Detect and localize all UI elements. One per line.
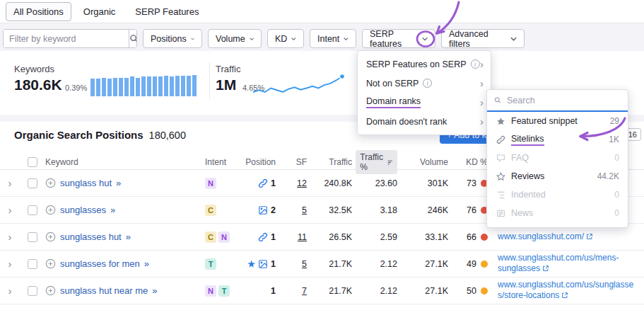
image-pack-icon bbox=[258, 259, 268, 269]
keyword-filter-input[interactable] bbox=[4, 30, 129, 47]
sf-link[interactable]: 11 bbox=[298, 232, 307, 242]
keyword-expand-icon[interactable]: » bbox=[126, 232, 130, 242]
submenu-item-label: News bbox=[511, 208, 533, 218]
keyword-link[interactable]: sunglass hut near me bbox=[60, 285, 148, 296]
add-keyword-icon[interactable] bbox=[45, 205, 56, 215]
intent-badge-commercial: C bbox=[205, 232, 216, 243]
tab-serp-features[interactable]: SERP Features bbox=[127, 2, 206, 21]
kd-dot bbox=[481, 287, 488, 295]
expand-row-icon[interactable]: › bbox=[8, 258, 12, 269]
submenu-item-news[interactable]: News 0 bbox=[487, 204, 628, 222]
intent-badge-informational: N bbox=[218, 232, 230, 243]
submenu-item-label: FAQ bbox=[511, 153, 529, 163]
table-row: › sunglasses for men » T ★ 1 5 21.7K 2.1… bbox=[0, 251, 644, 278]
sf-link[interactable]: 7 bbox=[302, 286, 307, 296]
menu-item-domain-ranks[interactable]: Domain ranks › bbox=[358, 93, 491, 112]
keyword-expand-icon[interactable]: » bbox=[116, 178, 120, 188]
keyword-search-button[interactable] bbox=[129, 30, 137, 47]
intent-badge-commercial: C bbox=[205, 205, 216, 216]
submenu-item-indented[interactable]: Indented 0 bbox=[487, 185, 628, 204]
header-sf[interactable]: SF bbox=[286, 157, 312, 167]
serp-features-filter-button[interactable]: SERP features bbox=[362, 29, 435, 48]
intent-badge-informational: N bbox=[205, 285, 216, 297]
row-checkbox[interactable] bbox=[28, 259, 37, 269]
featured-snippet-icon: ★ bbox=[247, 260, 255, 268]
table-total-count: 180,600 bbox=[149, 130, 186, 141]
submenu-item-label: Featured snippet bbox=[511, 116, 578, 126]
keyword-link[interactable]: sunglasses bbox=[60, 205, 106, 215]
intent-filter-label: Intent bbox=[317, 34, 339, 44]
keywords-stat-delta: 0.39% bbox=[65, 84, 87, 92]
keyword-filter bbox=[3, 29, 137, 48]
menu-item-serp-features-on-serp[interactable]: SERP Features on SERP i › bbox=[358, 55, 491, 74]
volume-value: 301K bbox=[407, 178, 458, 188]
menu-item-domain-doesnt-rank[interactable]: Domain doesn't rank › bbox=[358, 112, 491, 131]
kd-dot bbox=[481, 234, 488, 241]
tab-all-positions[interactable]: All Positions bbox=[6, 2, 71, 21]
header-traffic[interactable]: Traffic bbox=[312, 157, 362, 167]
keyword-expand-icon[interactable]: » bbox=[110, 205, 115, 215]
keyword-link[interactable]: sunglass hut bbox=[60, 178, 112, 188]
add-keyword-icon[interactable] bbox=[45, 258, 56, 269]
add-keyword-icon[interactable] bbox=[45, 285, 56, 296]
add-keyword-icon[interactable] bbox=[45, 232, 56, 242]
url-link[interactable]: www.sunglasshut.com/us/mens-sunglasses bbox=[498, 253, 634, 275]
url-link[interactable]: www.sunglasshut.com/us/sunglasses/store-… bbox=[498, 280, 634, 302]
add-keyword-icon[interactable] bbox=[45, 178, 56, 188]
chevron-right-icon: › bbox=[480, 59, 484, 69]
header-volume[interactable]: Volume bbox=[407, 157, 458, 167]
submenu-item-label: Reviews bbox=[511, 171, 544, 181]
keyword-expand-icon[interactable]: » bbox=[144, 258, 148, 269]
submenu-item-faq[interactable]: FAQ 0 bbox=[487, 149, 628, 167]
keyword-link[interactable]: sunglasses for men bbox=[60, 258, 140, 269]
menu-item-not-on-serp[interactable]: Not on SERP i › bbox=[358, 74, 491, 93]
expand-row-icon[interactable]: › bbox=[8, 232, 12, 242]
kd-value: 50 bbox=[467, 286, 476, 296]
traffic-stat-value: 1M bbox=[216, 76, 236, 93]
menu-item-label: Domain doesn't rank bbox=[366, 117, 447, 127]
submenu-item-reviews[interactable]: Reviews 44.2K bbox=[487, 167, 628, 185]
chevron-down-icon bbox=[291, 37, 296, 41]
advanced-filters-button[interactable]: Advanced filters bbox=[441, 29, 525, 48]
menu-item-label: SERP Features on SERP bbox=[366, 59, 467, 69]
submenu-item-sitelinks[interactable]: Sitelinks 1K bbox=[487, 130, 628, 149]
header-position[interactable]: Position bbox=[245, 157, 286, 167]
row-checkbox[interactable] bbox=[28, 232, 37, 242]
tab-organic[interactable]: Organic bbox=[76, 2, 124, 21]
submenu-item-featured-snippet[interactable]: Featured snippet 29 bbox=[487, 112, 628, 130]
row-checkbox[interactable] bbox=[28, 286, 37, 296]
sf-link[interactable]: 5 bbox=[302, 259, 307, 269]
table-row: › sunglass hut near me » N T 1 7 21.7K 2… bbox=[0, 278, 644, 304]
positions-filter-button[interactable]: Positions bbox=[143, 29, 202, 48]
faq-icon bbox=[496, 154, 505, 163]
expand-row-icon[interactable]: › bbox=[8, 285, 12, 296]
kd-filter-button[interactable]: KD bbox=[267, 29, 304, 48]
image-pack-icon bbox=[258, 205, 268, 215]
select-all-checkbox[interactable] bbox=[28, 157, 37, 167]
stats-divider bbox=[209, 62, 210, 99]
menu-item-label: Not on SERP bbox=[366, 79, 418, 88]
traffic-pct-value: 3.18 bbox=[362, 205, 407, 215]
intent-filter-button[interactable]: Intent bbox=[310, 29, 356, 48]
sf-link[interactable]: 12 bbox=[297, 178, 307, 188]
sf-link[interactable]: 5 bbox=[302, 205, 307, 215]
row-checkbox[interactable] bbox=[28, 178, 37, 188]
news-icon bbox=[496, 209, 505, 218]
expand-row-icon[interactable]: › bbox=[8, 205, 12, 215]
url-text: www.sunglasshut.com/us/mens-sunglasses bbox=[498, 253, 619, 273]
submenu-search-input[interactable] bbox=[507, 96, 621, 105]
row-checkbox[interactable] bbox=[28, 205, 37, 215]
traffic-value: 240.8K bbox=[312, 178, 362, 188]
filter-bar: Positions Volume KD Intent SERP features… bbox=[3, 29, 525, 48]
keyword-link[interactable]: sunglasses hut bbox=[60, 232, 122, 242]
expand-row-icon[interactable]: › bbox=[8, 178, 12, 188]
intent-badge-informational: N bbox=[205, 178, 216, 189]
keyword-expand-icon[interactable]: » bbox=[152, 285, 156, 296]
table-title-text: Organic Search Positions bbox=[14, 129, 144, 141]
kd-filter-label: KD bbox=[275, 34, 287, 44]
header-keyword[interactable]: Keyword bbox=[45, 157, 201, 167]
traffic-value: 21.7K bbox=[312, 259, 362, 269]
volume-filter-button[interactable]: Volume bbox=[208, 29, 262, 48]
url-link[interactable]: www.sunglasshut.com/ bbox=[498, 232, 593, 243]
header-intent[interactable]: Intent bbox=[201, 157, 245, 167]
